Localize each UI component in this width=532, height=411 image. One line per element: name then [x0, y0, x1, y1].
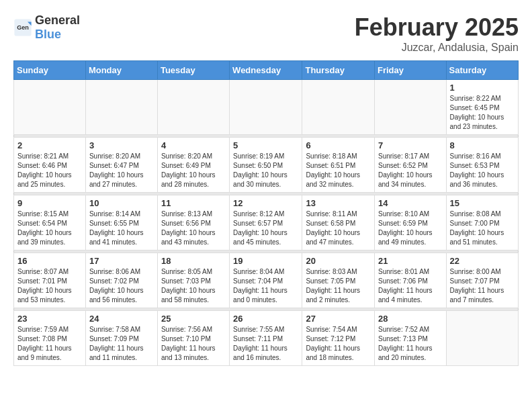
calendar-cell — [230, 80, 302, 135]
day-info: Sunrise: 8:22 AM Sunset: 6:45 PM Dayligh… — [450, 94, 515, 132]
day-number: 8 — [450, 140, 515, 150]
calendar-cell — [375, 80, 447, 135]
day-number: 14 — [378, 198, 443, 208]
day-number: 12 — [233, 198, 298, 208]
day-number: 7 — [378, 140, 443, 150]
weekday-header-row: SundayMondayTuesdayWednesdayThursdayFrid… — [14, 61, 519, 80]
weekday-header-saturday: Saturday — [446, 61, 518, 80]
day-number: 13 — [306, 198, 371, 208]
logo: Gen General Blue — [13, 13, 80, 42]
calendar-cell: 18Sunrise: 8:05 AM Sunset: 7:03 PM Dayli… — [157, 253, 229, 308]
day-number: 6 — [306, 140, 371, 150]
weekday-header-friday: Friday — [375, 61, 447, 80]
day-number: 5 — [233, 140, 298, 150]
calendar-cell: 7Sunrise: 8:17 AM Sunset: 6:52 PM Daylig… — [375, 138, 447, 193]
day-number: 15 — [450, 198, 515, 208]
calendar-cell: 5Sunrise: 8:19 AM Sunset: 6:50 PM Daylig… — [230, 138, 302, 193]
weekday-header-sunday: Sunday — [14, 61, 86, 80]
calendar-cell: 8Sunrise: 8:16 AM Sunset: 6:53 PM Daylig… — [446, 138, 518, 193]
day-info: Sunrise: 8:15 AM Sunset: 6:54 PM Dayligh… — [17, 210, 82, 247]
calendar-cell: 23Sunrise: 7:59 AM Sunset: 7:08 PM Dayli… — [14, 311, 86, 366]
calendar-cell: 26Sunrise: 7:55 AM Sunset: 7:11 PM Dayli… — [230, 311, 302, 366]
calendar-subtitle: Juzcar, Andalusia, Spain — [355, 42, 519, 54]
calendar-cell — [14, 80, 86, 135]
day-info: Sunrise: 7:58 AM Sunset: 7:09 PM Dayligh… — [89, 325, 154, 363]
calendar-cell: 25Sunrise: 7:56 AM Sunset: 7:10 PM Dayli… — [157, 311, 229, 366]
calendar-cell: 16Sunrise: 8:07 AM Sunset: 7:01 PM Dayli… — [14, 253, 86, 308]
calendar-cell: 28Sunrise: 7:52 AM Sunset: 7:13 PM Dayli… — [375, 311, 447, 366]
day-info: Sunrise: 8:16 AM Sunset: 6:53 PM Dayligh… — [450, 152, 515, 189]
day-number: 10 — [89, 198, 154, 208]
day-info: Sunrise: 8:17 AM Sunset: 6:52 PM Dayligh… — [378, 152, 443, 189]
logo-blue-text: Blue — [35, 28, 61, 41]
day-info: Sunrise: 8:05 AM Sunset: 7:03 PM Dayligh… — [161, 267, 226, 305]
calendar-week-row: 2Sunrise: 8:21 AM Sunset: 6:46 PM Daylig… — [14, 138, 519, 193]
day-info: Sunrise: 8:06 AM Sunset: 7:02 PM Dayligh… — [89, 267, 154, 305]
day-info: Sunrise: 7:54 AM Sunset: 7:12 PM Dayligh… — [306, 325, 371, 363]
day-info: Sunrise: 8:01 AM Sunset: 7:06 PM Dayligh… — [378, 267, 443, 305]
day-number: 28 — [378, 314, 443, 324]
calendar-cell — [302, 80, 375, 135]
day-info: Sunrise: 8:10 AM Sunset: 6:59 PM Dayligh… — [378, 210, 443, 247]
day-info: Sunrise: 7:52 AM Sunset: 7:13 PM Dayligh… — [378, 325, 443, 363]
calendar-cell: 3Sunrise: 8:20 AM Sunset: 6:47 PM Daylig… — [85, 138, 157, 193]
calendar-cell: 22Sunrise: 8:00 AM Sunset: 7:07 PM Dayli… — [446, 253, 518, 308]
calendar-cell: 6Sunrise: 8:18 AM Sunset: 6:51 PM Daylig… — [302, 138, 375, 193]
day-number: 18 — [161, 256, 226, 266]
weekday-header-thursday: Thursday — [302, 61, 375, 80]
calendar-cell: 13Sunrise: 8:11 AM Sunset: 6:58 PM Dayli… — [302, 195, 375, 250]
day-number: 3 — [89, 140, 154, 150]
day-number: 26 — [233, 314, 298, 324]
calendar-cell — [85, 80, 157, 135]
logo-icon: Gen — [13, 18, 32, 37]
calendar-week-row: 23Sunrise: 7:59 AM Sunset: 7:08 PM Dayli… — [14, 311, 519, 366]
svg-text:Gen: Gen — [17, 24, 29, 31]
day-info: Sunrise: 8:04 AM Sunset: 7:04 PM Dayligh… — [233, 267, 298, 305]
calendar-cell: 15Sunrise: 8:08 AM Sunset: 7:00 PM Dayli… — [446, 195, 518, 250]
calendar-cell: 14Sunrise: 8:10 AM Sunset: 6:59 PM Dayli… — [375, 195, 447, 250]
day-info: Sunrise: 8:13 AM Sunset: 6:56 PM Dayligh… — [161, 210, 226, 247]
day-number: 19 — [233, 256, 298, 266]
day-info: Sunrise: 8:00 AM Sunset: 7:07 PM Dayligh… — [450, 267, 515, 305]
day-info: Sunrise: 8:19 AM Sunset: 6:50 PM Dayligh… — [233, 152, 298, 189]
day-info: Sunrise: 8:20 AM Sunset: 6:47 PM Dayligh… — [89, 152, 154, 189]
calendar-cell — [157, 80, 229, 135]
calendar-cell: 12Sunrise: 8:12 AM Sunset: 6:57 PM Dayli… — [230, 195, 302, 250]
day-info: Sunrise: 8:08 AM Sunset: 7:00 PM Dayligh… — [450, 210, 515, 247]
day-number: 21 — [378, 256, 443, 266]
day-number: 25 — [161, 314, 226, 324]
day-number: 27 — [306, 314, 371, 324]
calendar-title: February 2025 — [355, 13, 519, 42]
day-number: 23 — [17, 314, 82, 324]
calendar-cell: 4Sunrise: 8:20 AM Sunset: 6:49 PM Daylig… — [157, 138, 229, 193]
calendar-cell: 9Sunrise: 8:15 AM Sunset: 6:54 PM Daylig… — [14, 195, 86, 250]
day-number: 11 — [161, 198, 226, 208]
day-info: Sunrise: 8:14 AM Sunset: 6:55 PM Dayligh… — [89, 210, 154, 247]
title-section: February 2025 Juzcar, Andalusia, Spain — [355, 13, 519, 54]
day-number: 1 — [450, 83, 515, 93]
calendar-cell: 1Sunrise: 8:22 AM Sunset: 6:45 PM Daylig… — [446, 80, 518, 135]
calendar-cell: 24Sunrise: 7:58 AM Sunset: 7:09 PM Dayli… — [85, 311, 157, 366]
day-info: Sunrise: 8:03 AM Sunset: 7:05 PM Dayligh… — [306, 267, 371, 305]
calendar-cell: 21Sunrise: 8:01 AM Sunset: 7:06 PM Dayli… — [375, 253, 447, 308]
calendar-week-row: 9Sunrise: 8:15 AM Sunset: 6:54 PM Daylig… — [14, 195, 519, 250]
calendar-cell — [446, 311, 518, 366]
day-number: 4 — [161, 140, 226, 150]
calendar-table: SundayMondayTuesdayWednesdayThursdayFrid… — [13, 60, 519, 366]
weekday-header-wednesday: Wednesday — [230, 61, 302, 80]
logo-general-text: General — [35, 13, 80, 27]
day-number: 20 — [306, 256, 371, 266]
weekday-header-tuesday: Tuesday — [157, 61, 229, 80]
weekday-header-monday: Monday — [85, 61, 157, 80]
calendar-cell: 27Sunrise: 7:54 AM Sunset: 7:12 PM Dayli… — [302, 311, 375, 366]
day-info: Sunrise: 8:21 AM Sunset: 6:46 PM Dayligh… — [17, 152, 82, 189]
calendar-week-row: 1Sunrise: 8:22 AM Sunset: 6:45 PM Daylig… — [14, 80, 519, 135]
calendar-cell: 17Sunrise: 8:06 AM Sunset: 7:02 PM Dayli… — [85, 253, 157, 308]
calendar-week-row: 16Sunrise: 8:07 AM Sunset: 7:01 PM Dayli… — [14, 253, 519, 308]
day-number: 2 — [17, 140, 82, 150]
day-info: Sunrise: 8:20 AM Sunset: 6:49 PM Dayligh… — [161, 152, 226, 189]
day-number: 9 — [17, 198, 82, 208]
day-number: 24 — [89, 314, 154, 324]
header: Gen General Blue February 2025 Juzcar, A… — [13, 13, 519, 54]
day-number: 22 — [450, 256, 515, 266]
